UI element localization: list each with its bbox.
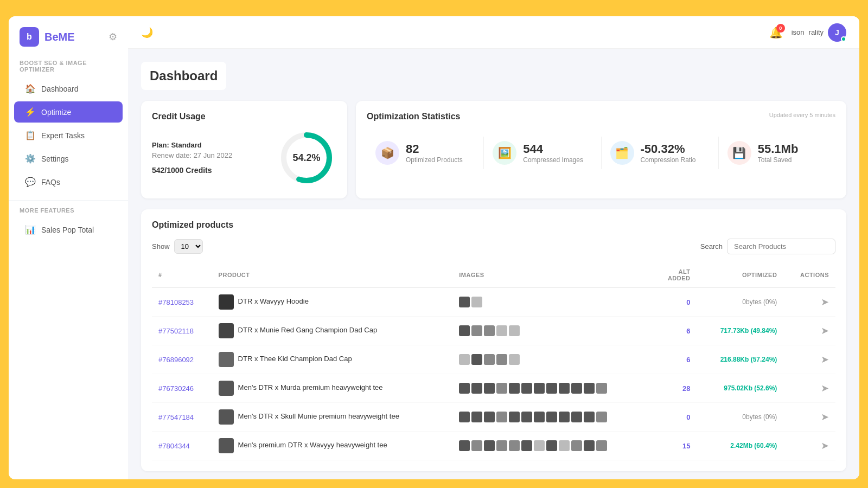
total-saved-label: Total Saved xyxy=(758,156,799,164)
sidebar-item-expert-tasks[interactable]: 📋 Expert Tasks xyxy=(14,125,123,146)
stats-row: 📦 82 Optimized Products 🖼️ 544 Compresse… xyxy=(367,137,835,169)
products-table-title: Optimized products xyxy=(152,220,835,230)
notification-badge: 0 xyxy=(776,24,785,33)
product-name-text: Men's DTR x Murda premium heavyweight te… xyxy=(238,383,383,391)
credit-amount: 542/1000 Credits xyxy=(152,166,266,175)
image-thumb xyxy=(484,440,495,451)
sidebar-label-optimize: Optimize xyxy=(41,108,71,117)
image-thumb xyxy=(534,412,545,422)
stat-optimized-products: 📦 82 Optimized Products xyxy=(367,137,484,169)
stat-compression-ratio: 🗂️ -50.32% Compression Ratio xyxy=(602,137,719,169)
moon-icon[interactable]: 🌙 xyxy=(141,27,153,38)
col-actions: ACTIONS xyxy=(783,263,835,287)
sidebar-item-faqs[interactable]: 💬 FAQs xyxy=(14,171,123,192)
table-row: #7804344Men's premium DTR x Wavyyy heavy… xyxy=(152,432,835,460)
image-thumb xyxy=(496,412,507,422)
sidebar-item-optimize[interactable]: ⚡ Optimize xyxy=(14,101,123,123)
table-controls: Show 10 25 50 Search xyxy=(152,239,835,254)
user-info: ison rality J xyxy=(792,23,846,42)
optimization-stats-card: Optimization Statistics Updated every 5 … xyxy=(356,101,846,198)
image-thumb xyxy=(509,354,520,365)
sidebar-section-boost: BOOST SEO & IMAGE OPTIMIZER xyxy=(9,60,128,77)
search-label: Search xyxy=(700,242,723,251)
image-thumb xyxy=(496,383,507,394)
image-thumb xyxy=(596,412,607,422)
total-saved-icon: 💾 xyxy=(727,141,751,165)
image-thumb xyxy=(484,325,495,336)
image-thumb xyxy=(546,383,557,394)
image-thumb xyxy=(459,297,470,307)
send-action-button[interactable]: ➤ xyxy=(821,383,829,394)
image-thumb xyxy=(584,383,595,394)
sidebar-label-sales-pop: Sales Pop Total xyxy=(41,226,94,234)
sidebar-item-dashboard[interactable]: 🏠 Dashboard xyxy=(14,78,123,99)
send-action-button[interactable]: ➤ xyxy=(821,297,829,307)
image-thumb xyxy=(509,440,520,451)
sidebar-item-sales-pop[interactable]: 📊 Sales Pop Total xyxy=(14,219,123,240)
sidebar-divider xyxy=(9,200,128,201)
image-thumb xyxy=(484,354,495,365)
product-name-cell: Men's DTR x Skull Munie premium heavywei… xyxy=(212,403,453,432)
compression-ratio-icon: 🗂️ xyxy=(610,141,634,165)
product-thumbnail xyxy=(219,409,234,425)
product-name-cell: DTR x Munie Red Gang Champion Dad Cap xyxy=(212,317,453,345)
alt-added-value: 15 xyxy=(653,432,697,460)
compression-ratio-label: Compression Ratio xyxy=(641,156,696,164)
product-name-cell: Men's premium DTR x Wavyyy heavyweight t… xyxy=(212,432,453,460)
notifications-button[interactable]: 🔔 0 xyxy=(769,26,783,39)
home-icon: 🏠 xyxy=(25,84,36,94)
renew-date: 27 Jun 2022 xyxy=(194,151,233,159)
product-id-link[interactable]: #7804344 xyxy=(158,442,190,450)
image-thumb xyxy=(596,440,607,451)
table-row: #78108253DTR x Wavyyy Hoodie00bytes (0%)… xyxy=(152,287,835,317)
product-thumbnail xyxy=(219,438,234,453)
show-select[interactable]: 10 25 50 xyxy=(174,239,203,254)
sales-pop-icon: 📊 xyxy=(25,224,36,235)
sidebar-item-settings[interactable]: ⚙️ Settings xyxy=(14,148,123,169)
user-sub: rality xyxy=(809,28,824,36)
send-action-button[interactable]: ➤ xyxy=(821,440,829,451)
plan-value: Standard xyxy=(171,141,201,149)
image-thumb xyxy=(471,325,482,336)
image-thumb xyxy=(496,354,507,365)
product-thumbnail xyxy=(219,294,234,310)
topbar-right: 🔔 0 ison rality J xyxy=(769,23,846,42)
send-action-button[interactable]: ➤ xyxy=(821,325,829,336)
send-action-button[interactable]: ➤ xyxy=(821,412,829,422)
col-hash: # xyxy=(152,263,212,287)
total-saved-value: 55.1Mb xyxy=(758,142,799,156)
user-avatar[interactable]: J xyxy=(828,23,846,42)
settings-top-icon[interactable]: ⚙ xyxy=(108,31,117,43)
image-thumb xyxy=(559,383,570,394)
sidebar-label-dashboard: Dashboard xyxy=(41,85,79,93)
col-images: IMAGES xyxy=(452,263,653,287)
product-id-link[interactable]: #77547184 xyxy=(158,413,194,421)
alt-added-value: 6 xyxy=(653,317,697,345)
image-thumb xyxy=(471,354,482,365)
product-name-text: DTR x Wavyyy Hoodie xyxy=(238,297,309,305)
product-id-link[interactable]: #76730246 xyxy=(158,384,194,393)
col-optimized: OPTIMIZED xyxy=(697,263,784,287)
image-thumb xyxy=(459,383,470,394)
send-action-button[interactable]: ➤ xyxy=(821,354,829,365)
image-thumb xyxy=(459,412,470,422)
image-thumb xyxy=(471,297,482,307)
faqs-icon: 💬 xyxy=(25,177,36,187)
products-table: # PRODUCT IMAGES ALTADDED OPTIMIZED ACTI… xyxy=(152,263,835,460)
sidebar: b BeME ⚙ BOOST SEO & IMAGE OPTIMIZER 🏠 D… xyxy=(9,16,128,479)
alt-added-value: 28 xyxy=(653,374,697,403)
settings-icon: ⚙️ xyxy=(25,153,36,164)
stats-card-title: Optimization Statistics xyxy=(367,112,460,121)
search-input[interactable] xyxy=(727,239,835,254)
product-id-link[interactable]: #78108253 xyxy=(158,298,194,306)
alt-added-value: 6 xyxy=(653,345,697,374)
product-id-link[interactable]: #77502118 xyxy=(158,327,194,335)
product-id-link[interactable]: #76896092 xyxy=(158,356,194,364)
table-header: # PRODUCT IMAGES ALTADDED OPTIMIZED ACTI… xyxy=(152,263,835,287)
page-title: Dashboard xyxy=(141,62,226,90)
image-thumb xyxy=(471,383,482,394)
image-thumb xyxy=(484,383,495,394)
compressed-images-label: Compressed Images xyxy=(523,156,583,164)
optimized-products-value: 82 xyxy=(406,142,463,156)
image-thumb xyxy=(484,412,495,422)
